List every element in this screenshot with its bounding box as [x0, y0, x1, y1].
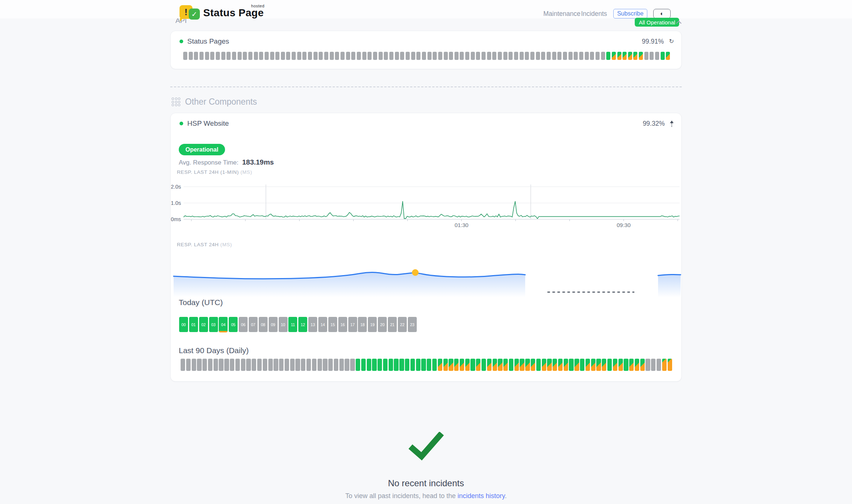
day-block[interactable] — [564, 359, 568, 371]
uptime-bar[interactable] — [438, 52, 442, 60]
hour-block-07[interactable]: 07 — [249, 317, 258, 332]
hour-block-21[interactable]: 21 — [388, 317, 397, 332]
hour-block-06[interactable]: 06 — [239, 317, 248, 332]
uptime-bar[interactable] — [520, 52, 524, 60]
uptime-bar[interactable] — [259, 52, 263, 60]
day-block[interactable] — [279, 359, 284, 371]
day-block[interactable] — [361, 359, 366, 371]
uptime-bar[interactable] — [357, 52, 361, 60]
uptime-bar[interactable] — [661, 52, 665, 60]
uptime-bar[interactable] — [227, 52, 231, 60]
uptime-bar[interactable] — [471, 52, 475, 60]
day-block[interactable] — [493, 359, 497, 371]
uptime-bar[interactable] — [454, 52, 459, 60]
uptime-bar[interactable] — [302, 52, 306, 60]
all-operational-badge[interactable]: All Operational — [635, 18, 679, 27]
uptime-bar[interactable] — [623, 52, 627, 60]
uptime-bar[interactable] — [547, 52, 551, 60]
uptime-bar[interactable] — [216, 52, 220, 60]
uptime-bar[interactable] — [482, 52, 486, 60]
day-block[interactable] — [629, 359, 634, 371]
day-block[interactable] — [427, 359, 431, 371]
day-block[interactable] — [503, 359, 508, 371]
day-block[interactable] — [186, 359, 191, 371]
uptime-bar[interactable] — [666, 52, 670, 60]
day-block[interactable] — [285, 359, 289, 371]
day-block[interactable] — [181, 359, 185, 371]
uptime-bar[interactable] — [644, 52, 648, 60]
uptime-bar[interactable] — [503, 52, 507, 60]
uptime-bar[interactable] — [606, 52, 610, 60]
day-block[interactable] — [230, 359, 234, 371]
uptime-bar[interactable] — [238, 52, 242, 60]
day-block[interactable] — [356, 359, 360, 371]
incidents-history-link[interactable]: incidents history — [457, 492, 505, 500]
hsp-website-row[interactable]: HSP Website 99.32% — [180, 119, 674, 128]
day-block[interactable] — [214, 359, 218, 371]
day-block[interactable] — [192, 359, 196, 371]
day-block[interactable] — [295, 359, 300, 371]
hour-block-02[interactable]: 02 — [199, 317, 208, 332]
hour-block-09[interactable]: 09 — [269, 317, 278, 332]
day-block[interactable] — [328, 359, 333, 371]
day-block[interactable] — [219, 359, 223, 371]
chevron-up-icon[interactable] — [676, 19, 682, 26]
day-block[interactable] — [525, 359, 530, 371]
day-block[interactable] — [580, 359, 584, 371]
uptime-bar[interactable] — [416, 52, 420, 60]
hour-block-00[interactable]: 00 — [179, 317, 188, 332]
uptime-bar[interactable] — [368, 52, 372, 60]
hour-block-04[interactable]: 04 — [219, 317, 228, 332]
uptime-bar[interactable] — [557, 52, 561, 60]
day-block[interactable] — [334, 359, 338, 371]
uptime-bar[interactable] — [492, 52, 496, 60]
hour-block-15[interactable]: 15 — [328, 317, 337, 332]
day-block[interactable] — [312, 359, 316, 371]
day-block[interactable] — [301, 359, 305, 371]
uptime-bar[interactable] — [384, 52, 388, 60]
uptime-bar[interactable] — [465, 52, 469, 60]
day-block[interactable] — [624, 359, 628, 371]
hour-block-01[interactable]: 01 — [189, 317, 198, 332]
hour-block-17[interactable]: 17 — [348, 317, 357, 332]
uptime-bar[interactable] — [449, 52, 453, 60]
day-block[interactable] — [246, 359, 251, 371]
hour-block-20[interactable]: 20 — [378, 317, 387, 332]
uptime-bar[interactable] — [254, 52, 258, 60]
day-block[interactable] — [410, 359, 415, 371]
day-block[interactable] — [460, 359, 464, 371]
uptime-bar[interactable] — [568, 52, 573, 60]
day-block[interactable] — [482, 359, 486, 371]
day-block[interactable] — [367, 359, 371, 371]
uptime-bar[interactable] — [406, 52, 410, 60]
uptime-bar[interactable] — [330, 52, 334, 60]
uptime-bar[interactable] — [362, 52, 366, 60]
uptime-bar[interactable] — [373, 52, 377, 60]
uptime-bar[interactable] — [324, 52, 328, 60]
day-block[interactable] — [498, 359, 502, 371]
uptime-bar[interactable] — [601, 52, 605, 60]
uptime-bar[interactable] — [210, 52, 214, 60]
uptime-bar[interactable] — [341, 52, 345, 60]
day-block[interactable] — [531, 359, 535, 371]
day-block[interactable] — [645, 359, 650, 371]
subscribe-button[interactable]: Subscribe — [613, 9, 647, 18]
day-block[interactable] — [591, 359, 596, 371]
uptime-bar[interactable] — [379, 52, 383, 60]
hour-block-18[interactable]: 18 — [358, 317, 367, 332]
hour-block-23[interactable]: 23 — [408, 317, 417, 332]
hour-block-03[interactable]: 03 — [209, 317, 218, 332]
uptime-bar[interactable] — [444, 52, 448, 60]
uptime-bar[interactable] — [335, 52, 339, 60]
day-block[interactable] — [520, 359, 524, 371]
uptime-bar[interactable] — [596, 52, 600, 60]
uptime-bar[interactable] — [292, 52, 296, 60]
uptime-bar[interactable] — [525, 52, 529, 60]
day-block[interactable] — [542, 359, 546, 371]
day-block[interactable] — [438, 359, 442, 371]
hour-block-13[interactable]: 13 — [308, 317, 317, 332]
uptime-bar[interactable] — [476, 52, 480, 60]
uptime-bar[interactable] — [633, 52, 637, 60]
day-block[interactable] — [635, 359, 639, 371]
uptime-bar[interactable] — [243, 52, 247, 60]
